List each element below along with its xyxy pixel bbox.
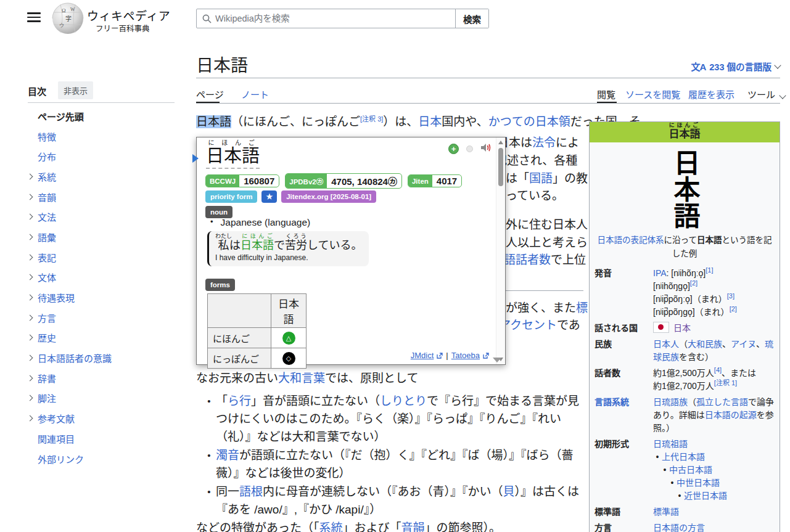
- wikipedia-logo[interactable]: Ω W 字 ウ: [52, 2, 84, 37]
- list-item: •上代日本語: [653, 451, 775, 464]
- link[interactable]: アクセント: [499, 319, 557, 332]
- sidebar-item-ページ先頭[interactable]: ページ先頭: [28, 106, 182, 126]
- article-body-text: なお元来の古い大和言葉では、原則として•「ら行」音が語頭に立たない（しりとりで『…: [196, 369, 586, 532]
- chevron-right-icon[interactable]: [27, 314, 33, 321]
- link[interactable]: 日本語の起源: [705, 410, 757, 420]
- link[interactable]: 語話者数: [504, 253, 551, 266]
- chevron-right-icon[interactable]: [27, 214, 33, 220]
- audio-icon[interactable]: [480, 142, 492, 155]
- chevron-right-icon[interactable]: [27, 415, 33, 422]
- sidebar-item-参考文献[interactable]: 参考文献: [28, 408, 182, 428]
- sidebar-item-外部リンク[interactable]: 外部リンク: [28, 449, 182, 469]
- link[interactable]: 国語: [529, 172, 553, 185]
- link[interactable]: 日本: [418, 115, 442, 128]
- text-fragment: 語話者数で上位: [504, 250, 586, 267]
- sidebar-item-歴史[interactable]: 歴史: [28, 328, 182, 348]
- link[interactable]: アイヌ: [731, 339, 756, 349]
- link[interactable]: 中古日本語: [669, 464, 712, 477]
- chevron-right-icon[interactable]: [27, 355, 33, 361]
- text-fragment: は「国語」の教: [506, 169, 588, 186]
- tab-ソースを閲覧[interactable]: ソースを閲覧: [625, 88, 680, 100]
- chevron-right-icon[interactable]: [27, 254, 33, 260]
- tab-ツール[interactable]: ツール: [747, 88, 785, 100]
- link[interactable]: かつての日本領: [488, 115, 570, 128]
- sidebar-item-関連項目[interactable]: 関連項目: [28, 428, 182, 449]
- reference-link[interactable]: [注釈 1]: [714, 379, 737, 387]
- chevron-right-icon[interactable]: [27, 274, 33, 280]
- sidebar-item-系統[interactable]: 系統: [28, 166, 182, 187]
- link[interactable]: 日本人: [653, 339, 679, 349]
- sidebar-item-音韻[interactable]: 音韻: [28, 187, 182, 207]
- sidebar-item-辞書[interactable]: 辞書: [28, 368, 182, 388]
- link[interactable]: 中世日本語: [677, 477, 720, 489]
- search-input[interactable]: [212, 9, 455, 28]
- frequency-tag-Jiten: Jiten4017: [408, 174, 462, 187]
- link[interactable]: 日本語の表記体系: [598, 235, 664, 245]
- link[interactable]: 法令: [532, 136, 556, 149]
- reference-link[interactable]: [2]: [730, 305, 737, 313]
- chevron-right-icon[interactable]: [27, 234, 33, 240]
- link[interactable]: 近世日本語: [684, 489, 727, 502]
- reference-link[interactable]: [4]: [714, 366, 722, 374]
- link[interactable]: 音韻: [401, 522, 425, 532]
- sidebar-item-方言[interactable]: 方言: [28, 308, 182, 328]
- popup-scrollbar[interactable]: [496, 137, 505, 364]
- chevron-right-icon[interactable]: [27, 395, 33, 401]
- chevron-right-icon[interactable]: [27, 194, 33, 200]
- reference-link[interactable]: [1]: [706, 266, 713, 274]
- link[interactable]: しりとり: [380, 395, 427, 407]
- chevron-right-icon[interactable]: [27, 375, 33, 381]
- chevron-right-icon[interactable]: [27, 173, 33, 179]
- language-icon: 文A: [691, 60, 706, 73]
- reference-link[interactable]: [注釈 3]: [360, 115, 383, 123]
- scrollbar-thumb[interactable]: [498, 148, 503, 186]
- chevron-right-icon[interactable]: [27, 335, 33, 341]
- link[interactable]: 語根: [239, 485, 263, 498]
- infobox-row-発音: 発音IPA: [nʲihõŋːo̞][1][nʲihõŋgo̞][2][nʲip…: [590, 265, 780, 320]
- link[interactable]: 標準語: [653, 507, 679, 517]
- sidebar-item-語彙[interactable]: 語彙: [28, 227, 182, 247]
- sidebar-item-表記[interactable]: 表記: [28, 247, 182, 268]
- sidebar-item-特徴[interactable]: 特徴: [28, 126, 182, 147]
- link[interactable]: IPA: [653, 268, 667, 278]
- add-note-icon[interactable]: +: [448, 144, 459, 154]
- tatoeba-link[interactable]: Tatoeba: [451, 351, 480, 360]
- chevron-right-icon[interactable]: [27, 295, 33, 301]
- reference-link[interactable]: [3]: [727, 292, 734, 300]
- scroll-up-icon[interactable]: [498, 141, 503, 144]
- jmdict-link[interactable]: JMdict: [411, 351, 434, 360]
- reference-link[interactable]: [2]: [690, 279, 697, 287]
- language-versions-button[interactable]: 文A 233 個の言語版: [691, 60, 780, 73]
- resize-corner-icon[interactable]: [493, 358, 501, 362]
- link[interactable]: 系統: [319, 522, 343, 532]
- link[interactable]: 濁音: [216, 449, 239, 462]
- title-divider: [196, 78, 780, 78]
- sidebar-item-文体[interactable]: 文体: [28, 268, 182, 288]
- link[interactable]: 日本: [673, 323, 691, 333]
- tab-閲覧[interactable]: 閲覧: [597, 88, 615, 100]
- duplicate-note-icon[interactable]: [466, 145, 473, 152]
- link[interactable]: 大和民族: [688, 339, 722, 349]
- link[interactable]: 標: [576, 301, 588, 314]
- link[interactable]: 上代日本語: [662, 451, 705, 464]
- link[interactable]: 日本語の方言: [653, 523, 705, 532]
- tab-ページ[interactable]: ページ: [196, 88, 224, 100]
- sidebar-item-文法[interactable]: 文法: [28, 207, 182, 227]
- search-button[interactable]: 検索: [455, 9, 488, 28]
- sidebar-item-日本語話者の意識[interactable]: 日本語話者の意識: [28, 348, 182, 368]
- link[interactable]: 孤立した言語: [696, 397, 748, 407]
- tab-履歴を表示[interactable]: 履歴を表示: [688, 88, 734, 100]
- toc-hide-button[interactable]: 非表示: [58, 81, 93, 99]
- tab-ノート[interactable]: ノート: [241, 88, 269, 100]
- hamburger-menu-icon[interactable]: [27, 12, 41, 22]
- sidebar-item-待遇表現[interactable]: 待遇表現: [28, 287, 182, 308]
- link[interactable]: 日琉祖語: [653, 439, 688, 449]
- link[interactable]: 大和言葉: [278, 372, 325, 385]
- site-wordmark[interactable]: ウィキペディア: [87, 7, 170, 23]
- sidebar-item-分布[interactable]: 分布: [28, 146, 182, 166]
- link[interactable]: ら行: [228, 395, 251, 407]
- link[interactable]: 日琉語族: [653, 397, 688, 407]
- sidebar-item-脚注[interactable]: 脚注: [28, 388, 182, 409]
- infobox-label[interactable]: 言語系統: [595, 396, 653, 435]
- link[interactable]: 貝: [503, 485, 515, 498]
